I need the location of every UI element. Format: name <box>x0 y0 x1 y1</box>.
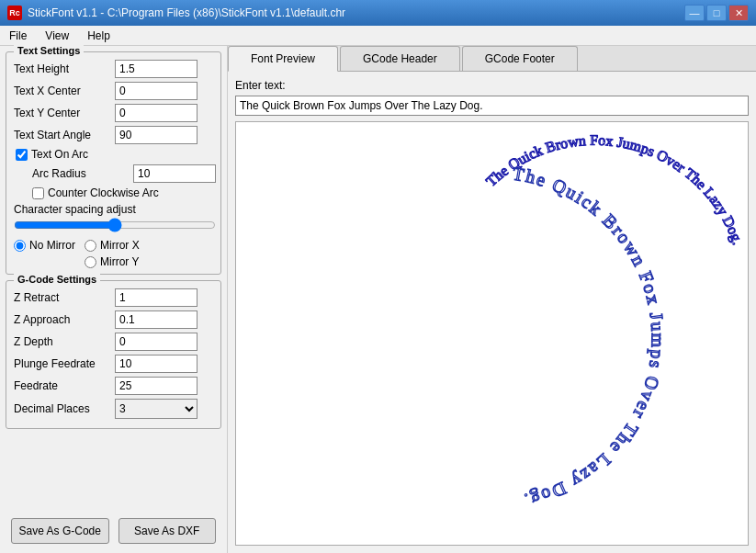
text-xcenter-label: Text X Center <box>14 85 115 97</box>
feedrate-row: Feedrate <box>14 377 213 395</box>
menu-file[interactable]: File <box>0 28 36 43</box>
z-approach-label: Z Approach <box>14 313 115 326</box>
plunge-feedrate-input[interactable] <box>115 355 197 373</box>
mirror-y-label: Mirror Y <box>100 255 139 268</box>
minimize-button[interactable]: — <box>684 5 705 21</box>
mirror-y-radio[interactable] <box>85 256 96 268</box>
mirror-y-row: Mirror Y <box>85 255 140 268</box>
tab-bar: Font Preview GCode Header GCode Footer <box>228 46 756 72</box>
preview-canvas: The Quick Brown Fox Jumps Over The Lazy … <box>235 121 749 546</box>
counter-clockwise-row: Counter Clockwise Arc <box>32 186 213 199</box>
text-on-arc-checkbox[interactable] <box>16 149 28 161</box>
text-height-input[interactable] <box>115 60 197 78</box>
tab-content-font-preview: Enter text: The Quick Brown Fox Jumps Ov… <box>228 72 756 553</box>
text-on-arc-label: Text On Arc <box>31 148 88 161</box>
menu-bar: File View Help <box>0 26 756 46</box>
window-controls: — □ ✕ <box>684 5 749 21</box>
gcode-settings-group: G-Code Settings Z Retract Z Approach Z D… <box>6 280 221 429</box>
counter-clockwise-checkbox[interactable] <box>32 187 44 199</box>
save-dxf-button[interactable]: Save As DXF <box>118 518 217 544</box>
z-depth-row: Z Depth <box>14 333 213 351</box>
no-mirror-radio[interactable] <box>14 240 26 252</box>
character-spacing-slider[interactable] <box>14 218 216 232</box>
no-mirror-row: No Mirror <box>14 239 75 252</box>
text-startangle-input[interactable] <box>115 126 197 144</box>
tab-font-preview[interactable]: Font Preview <box>228 46 338 72</box>
mirror-x-row: Mirror X <box>85 239 140 252</box>
z-approach-input[interactable] <box>115 310 197 329</box>
preview-svg: The Quick Brown Fox Jumps Over The Lazy … <box>236 122 748 545</box>
mirror-x-radio[interactable] <box>85 240 96 252</box>
text-height-label: Text Height <box>14 62 115 75</box>
title-bar: Rc StickFont v1.1 - C:\Program Files (x8… <box>0 0 756 26</box>
text-settings-group: Text Settings Text Height Text X Center … <box>6 51 221 275</box>
text-ycenter-row: Text Y Center <box>14 104 213 122</box>
plunge-feedrate-label: Plunge Feedrate <box>14 357 115 370</box>
tab-gcode-header[interactable]: GCode Header <box>340 46 460 71</box>
feedrate-label: Feedrate <box>14 379 115 392</box>
no-mirror-label: No Mirror <box>29 239 75 252</box>
text-xcenter-input[interactable] <box>115 82 197 100</box>
text-settings-title: Text Settings <box>14 45 84 56</box>
arc-radius-input[interactable] <box>133 164 216 183</box>
enter-text-label: Enter text: <box>235 79 749 92</box>
character-spacing-container: Character spacing adjust <box>14 203 213 235</box>
circular-preview-text: The Quick Brown Fox Jumps Over The Lazy … <box>512 163 669 511</box>
maximize-button[interactable]: □ <box>706 5 727 21</box>
close-button[interactable]: ✕ <box>728 5 749 21</box>
decimal-places-select[interactable]: 1 2 3 4 5 <box>115 399 197 419</box>
arc-radius-row: Arc Radius <box>32 164 213 183</box>
window-title: StickFont v1.1 - C:\Program Files (x86)\… <box>28 6 345 19</box>
menu-help[interactable]: Help <box>78 28 119 43</box>
z-depth-label: Z Depth <box>14 335 115 348</box>
arc-radius-label: Arc Radius <box>32 167 133 180</box>
z-retract-label: Z Retract <box>14 291 115 304</box>
text-on-arc-row: Text On Arc <box>16 148 213 161</box>
plunge-feedrate-row: Plunge Feedrate <box>14 355 213 373</box>
decimal-places-row: Decimal Places 1 2 3 4 5 <box>14 399 213 419</box>
character-spacing-label: Character spacing adjust <box>14 203 213 216</box>
feedrate-input[interactable] <box>115 377 197 395</box>
z-retract-row: Z Retract <box>14 288 213 307</box>
right-panel: Font Preview GCode Header GCode Footer E… <box>228 46 756 553</box>
bottom-buttons: Save As G-Code Save As DXF <box>6 513 221 547</box>
z-approach-row: Z Approach <box>14 310 213 329</box>
text-startangle-row: Text Start Angle <box>14 126 213 144</box>
gcode-settings-title: G-Code Settings <box>14 274 100 285</box>
app-icon: Rc <box>7 6 22 20</box>
mirror-group: No Mirror Mirror X Mirror Y <box>14 239 213 268</box>
z-retract-input[interactable] <box>115 288 197 307</box>
decimal-places-label: Decimal Places <box>14 402 115 415</box>
text-ycenter-label: Text Y Center <box>14 107 115 119</box>
text-xcenter-row: Text X Center <box>14 82 213 100</box>
mirror-x-label: Mirror X <box>100 239 140 252</box>
counter-clockwise-label: Counter Clockwise Arc <box>48 186 159 199</box>
save-gcode-button[interactable]: Save As G-Code <box>11 518 109 544</box>
tab-gcode-footer[interactable]: GCode Footer <box>462 46 578 71</box>
text-startangle-label: Text Start Angle <box>14 129 115 141</box>
menu-view[interactable]: View <box>36 28 78 43</box>
text-height-row: Text Height <box>14 60 213 78</box>
left-panel: Text Settings Text Height Text X Center … <box>0 46 228 553</box>
preview-text-input[interactable] <box>235 96 749 116</box>
text-ycenter-input[interactable] <box>115 104 197 122</box>
z-depth-input[interactable] <box>115 333 197 351</box>
